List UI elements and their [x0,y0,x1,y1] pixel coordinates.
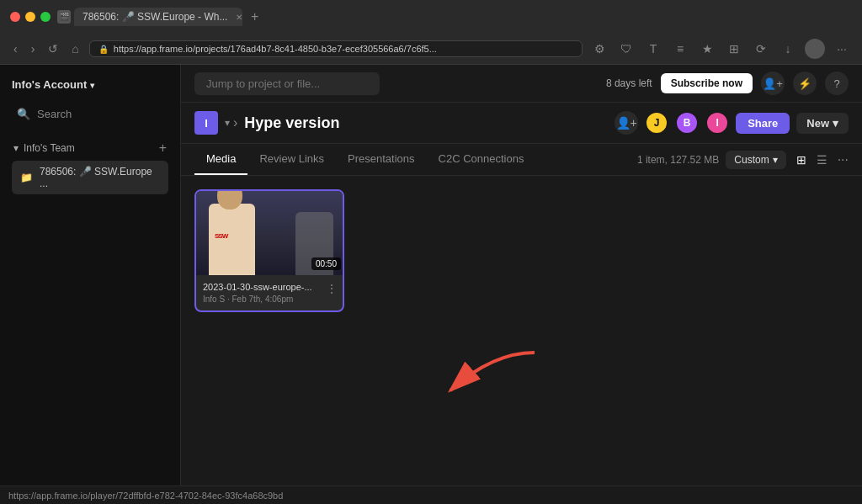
top-bar-right: 8 days left Subscribe now 👤+ ⚡ ? [606,72,849,95]
video-meta: Info S · Feb 7th, 4:06pm [203,294,336,304]
arrow-overlay [375,344,543,415]
browser-tab[interactable]: 786506: 🎤 SSW.Europe - Wh... ✕ [74,8,242,26]
project-name: Hype version [244,114,339,132]
tabs-left: Media Review Links Presentations C2C Con… [194,144,535,175]
home-button[interactable]: ⌂ [68,40,82,57]
chevron-down-icon: ▾ [225,117,230,129]
project-header-right: 👤+ J B I Share New ▾ [615,111,849,135]
duration-badge: 00:50 [311,257,341,270]
tab-close-button[interactable]: ✕ [236,13,242,22]
help-icon[interactable]: ? [825,72,849,95]
profile-avatar[interactable] [805,39,825,59]
minimize-window-button[interactable] [25,12,35,22]
search-section: 🔍 Search [0,96,180,132]
tab-presentations[interactable]: Presentations [336,144,427,175]
new-button[interactable]: New ▾ [796,113,849,134]
video-thumbnail: SSW 00:50 [196,191,344,275]
top-bar: 8 days left Subscribe now 👤+ ⚡ ? [181,65,862,103]
tab-c2c[interactable]: C2C Connections [427,144,536,175]
video-more-button[interactable]: ⋮ [326,282,338,295]
breadcrumb-separator: › [233,115,237,130]
project-icon-box: I [194,111,218,135]
custom-dropdown-button[interactable]: Custom ▾ [726,151,785,169]
reader-icon[interactable]: ≡ [670,39,690,59]
tab-favicon: 🎬 [57,10,71,24]
item-count: 1 item, 127.52 MB [637,154,719,166]
avatar-j[interactable]: J [645,111,668,135]
shield-icon[interactable]: 🛡 [616,39,636,59]
media-area: SSW 00:50 2023-01-30-ssw-europe-... Info… [181,176,862,485]
tab-bar: 🎬 786506: 🎤 SSW.Europe - Wh... ✕ + [57,8,852,26]
main-content: 8 days left Subscribe now 👤+ ⚡ ? I ▾ › H… [181,65,862,485]
add-member-button[interactable]: 👤+ [615,111,638,135]
search-label: Search [37,108,72,120]
lock-icon: 🔒 [98,45,109,54]
account-header[interactable]: Info's Account [0,73,180,96]
tabs-bar: Media Review Links Presentations C2C Con… [181,144,862,176]
search-button[interactable]: 🔍 Search [8,103,172,125]
video-card[interactable]: SSW 00:50 2023-01-30-ssw-europe-... Info… [194,189,344,312]
history-icon[interactable]: ⟳ [751,39,771,59]
browser-titlebar: 🎬 786506: 🎤 SSW.Europe - Wh... ✕ + [0,0,862,34]
tab-label: 786506: 🎤 SSW.Europe - Wh... [82,11,227,23]
search-icon: 🔍 [17,108,30,120]
extensions-icon[interactable]: ⚙ [589,39,609,59]
subscribe-button[interactable]: Subscribe now [661,73,753,93]
chevron-down-icon: ▾ [13,142,19,154]
project-item-label: 786506: 🎤 SSW.Europe ... [40,166,160,189]
chevron-down-icon: ▾ [833,117,838,130]
video-title: 2023-01-30-ssw-europe-... [203,282,336,292]
list-view-button[interactable]: ☰ [813,151,831,168]
more-options-icon[interactable]: ··· [832,39,852,59]
status-bar: https://app.frame.io/player/72dffbfd-e78… [0,485,862,504]
share-button[interactable]: Share [736,113,790,134]
avatar-i[interactable]: I [705,111,729,135]
tab-review-links[interactable]: Review Links [247,144,336,175]
grid-view-button[interactable]: ⊞ [793,151,810,168]
status-url: https://app.frame.io/player/72dffbfd-e78… [8,491,283,501]
jump-to-input[interactable] [194,72,380,95]
add-project-button[interactable]: + [159,141,167,156]
download-icon[interactable]: ↓ [778,39,798,59]
browser-toolbar: ‹ › ↺ ⌂ 🔒 https://app.frame.io/projects/… [0,34,862,64]
breadcrumb: I ▾ › Hype version [194,111,339,135]
browser-toolbar-icons: ⚙ 🛡 T ≡ ★ ⊞ ⟳ ↓ ··· [589,39,852,59]
translate-icon[interactable]: T [643,39,663,59]
address-bar[interactable]: 🔒 https://app.frame.io/projects/176ad4b7… [89,40,583,57]
traffic-lights [10,12,51,22]
close-window-button[interactable] [10,12,20,22]
sidebar-item-project[interactable]: 📁 786506: 🎤 SSW.Europe ... [12,161,168,194]
address-text: https://app.frame.io/projects/176ad4b7-8… [114,44,437,54]
app-container: Info's Account 🔍 Search ▾ Info's Team + … [0,65,862,485]
chevron-down-icon: ▾ [773,154,778,166]
new-tab-button[interactable]: + [246,8,263,26]
back-button[interactable]: ‹ [10,40,21,57]
more-options-button[interactable]: ··· [838,152,849,167]
activity-icon[interactable]: ⚡ [793,72,817,95]
video-info: 2023-01-30-ssw-europe-... Info S · Feb 7… [196,275,343,310]
project-header: I ▾ › Hype version 👤+ J B I Share New ▾ [181,103,862,144]
view-toggle: ⊞ ☰ [793,151,831,168]
avatar-b[interactable]: B [675,111,699,135]
team-header[interactable]: ▾ Info's Team + [8,137,172,159]
refresh-button[interactable]: ↺ [45,40,61,57]
tabs-right: 1 item, 127.52 MB Custom ▾ ⊞ ☰ ··· [637,151,849,169]
collection-icon[interactable]: ⊞ [724,39,744,59]
team-section: ▾ Info's Team + 📁 786506: 🎤 SSW.Europe .… [0,132,180,201]
maximize-window-button[interactable] [40,12,51,22]
browser-chrome: 🎬 786506: 🎤 SSW.Europe - Wh... ✕ + ‹ › ↺… [0,0,862,65]
account-name: Info's Account [12,78,94,91]
bookmark-icon[interactable]: ★ [697,39,717,59]
team-name: ▾ Info's Team [13,142,75,154]
project-icon: 📁 [20,172,33,183]
sidebar: Info's Account 🔍 Search ▾ Info's Team + … [0,65,181,485]
tab-media[interactable]: Media [194,144,247,175]
days-left-label: 8 days left [606,77,652,89]
add-user-icon[interactable]: 👤+ [761,72,785,95]
forward-button[interactable]: › [28,40,39,57]
account-dropdown-icon [90,78,94,91]
